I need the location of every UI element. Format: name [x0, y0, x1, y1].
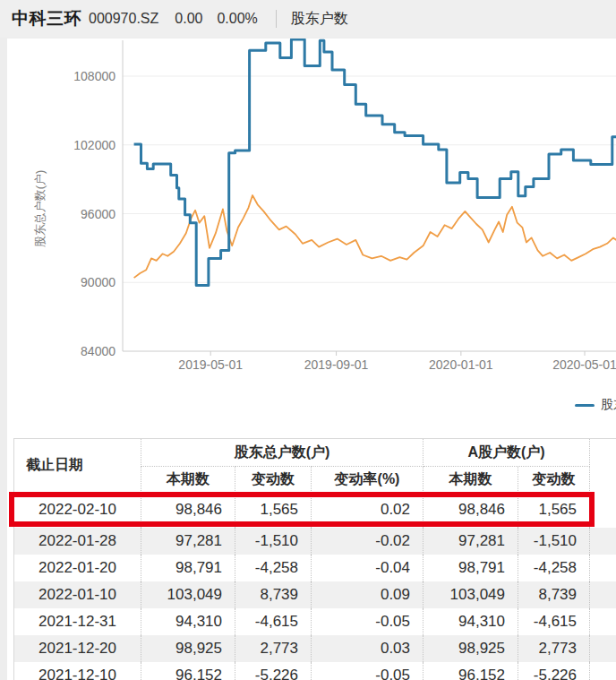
- legend-line-icon: [575, 404, 595, 407]
- cell-value: 103,049: [424, 581, 518, 608]
- cell-value: -4,615: [235, 608, 312, 635]
- cell-value: -0.02: [312, 528, 424, 555]
- sub-header-change: 变动数: [235, 467, 312, 493]
- cell-value: -5,226: [518, 662, 590, 680]
- page: 中科三环 000970.SZ 0.00 0.00% 股东户数 股东总户数(户) …: [0, 0, 616, 680]
- cell-value: 96,152: [141, 662, 235, 680]
- svg-text:108000: 108000: [73, 69, 116, 83]
- cell-empty: [590, 528, 616, 555]
- table-row: 2021-12-2098,9252,7730.0398,9252,773: [14, 635, 616, 662]
- cell-empty: [590, 555, 616, 581]
- group-header-a-share-holders: A股户数(户): [424, 439, 590, 467]
- cell-value: 98,846: [424, 493, 518, 528]
- cell-value: 1,565: [235, 493, 312, 528]
- cell-value: 8,739: [518, 581, 590, 608]
- stock-code: 000970.SZ: [89, 11, 158, 27]
- cell-value: 103,049: [141, 581, 235, 608]
- cell-value: 1,565: [518, 493, 590, 528]
- group-header-total-holders: 股东总户数(户): [141, 439, 424, 467]
- cell-date: 2022-01-10: [14, 581, 141, 608]
- cell-date: 2021-12-10: [14, 662, 141, 680]
- svg-text:96000: 96000: [81, 207, 116, 221]
- cell-value: 98,925: [141, 635, 235, 662]
- stock-header: 中科三环 000970.SZ 0.00 0.00% 股东户数: [0, 0, 616, 38]
- svg-text:84000: 84000: [81, 344, 116, 358]
- cell-empty: [590, 608, 616, 635]
- tab-shareholder-count[interactable]: 股东户数: [291, 10, 348, 29]
- cell-value: 0.03: [312, 635, 424, 662]
- cell-date: 2022-01-20: [14, 555, 141, 581]
- shareholder-table: 截止日期 股东总户数(户) A股户数(户) 本期数 变动数 变动率(%) 本期数…: [13, 438, 616, 680]
- sub-header-change-a: 变动数: [518, 467, 590, 493]
- svg-text:2020-05-01: 2020-05-01: [552, 357, 616, 372]
- cell-value: 0.02: [312, 493, 424, 528]
- table-row: 2022-01-2897,281-1,510-0.0297,281-1,510: [14, 528, 616, 555]
- cell-value: 98,846: [141, 493, 235, 528]
- cell-value: 2,773: [518, 635, 590, 662]
- cell-value: -4,615: [518, 608, 590, 635]
- cell-value: 98,791: [141, 555, 235, 581]
- cell-value: 94,310: [424, 608, 518, 635]
- cell-value: -5,226: [235, 662, 312, 680]
- cell-date: 2022-01-28: [14, 528, 141, 555]
- shareholder-trend-chart[interactable]: 8400090000960001020001080002019-05-01201…: [0, 39, 616, 411]
- svg-text:90000: 90000: [81, 275, 116, 289]
- legend-label: 股东总户数: [601, 397, 616, 413]
- table-row: 2021-12-3194,310-4,615-0.0594,310-4,615: [14, 608, 616, 635]
- price-change: 0.00: [175, 11, 202, 27]
- cell-date: 2021-12-20: [14, 635, 141, 662]
- cell-value: 97,281: [141, 528, 235, 555]
- cell-value: 8,739: [235, 581, 312, 608]
- cell-empty: [590, 662, 616, 680]
- cell-value: 94,310: [141, 608, 235, 635]
- cell-value: 2,773: [235, 635, 312, 662]
- cell-value: -4,258: [518, 555, 590, 581]
- table-row: 2022-02-1098,8461,5650.0298,8461,565: [14, 493, 616, 528]
- svg-text:2020-01-01: 2020-01-01: [429, 357, 493, 372]
- cell-value: -0.05: [312, 608, 424, 635]
- price-change-percent: 0.00%: [217, 11, 257, 27]
- col-header-empty: [590, 439, 616, 493]
- cell-value: 98,791: [424, 555, 518, 581]
- svg-text:2019-05-01: 2019-05-01: [178, 357, 243, 372]
- cell-empty: [590, 635, 616, 662]
- table-row: 2021-12-1096,152-5,226-0.0596,152-5,226: [14, 662, 616, 680]
- cell-value: -0.05: [312, 662, 424, 680]
- cell-empty: [590, 581, 616, 608]
- stock-name: 中科三环: [12, 7, 81, 30]
- cell-value: -4,258: [235, 555, 312, 581]
- chart-legend[interactable]: 股东总户数: [575, 397, 616, 413]
- cell-value: 98,925: [424, 635, 518, 662]
- header-divider: [276, 10, 277, 28]
- sub-header-current: 本期数: [141, 467, 235, 493]
- cell-empty: [590, 493, 616, 528]
- sub-header-current-a: 本期数: [424, 467, 518, 493]
- cell-date: 2021-12-31: [14, 608, 141, 635]
- svg-text:102000: 102000: [73, 138, 116, 152]
- sub-header-change-rate: 变动率(%): [312, 467, 424, 493]
- col-header-date: 截止日期: [14, 439, 141, 493]
- cell-value: 0.09: [312, 581, 424, 608]
- cell-value: 97,281: [424, 528, 518, 555]
- cell-value: -0.04: [312, 555, 424, 581]
- table-row: 2022-01-10103,0498,7390.09103,0498,739: [14, 581, 616, 608]
- cell-value: 96,152: [424, 662, 518, 680]
- cell-value: -1,510: [518, 528, 590, 555]
- cell-date: 2022-02-10: [14, 493, 141, 528]
- table-row: 2022-01-2098,791-4,258-0.0498,791-4,258: [14, 555, 616, 581]
- cell-value: -1,510: [235, 528, 312, 555]
- svg-text:2019-09-01: 2019-09-01: [304, 357, 369, 372]
